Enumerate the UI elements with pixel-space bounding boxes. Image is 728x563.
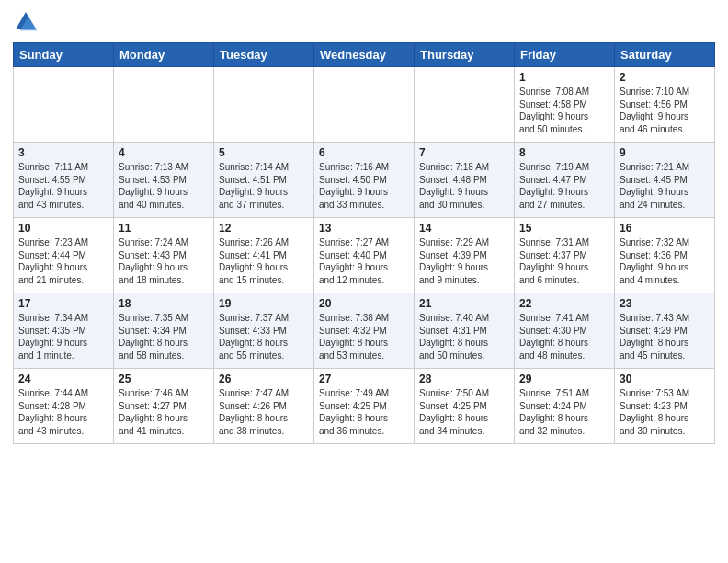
day-number: 18	[119, 297, 209, 310]
calendar-cell	[114, 67, 214, 143]
calendar-cell: 11Sunrise: 7:24 AM Sunset: 4:43 PM Dayli…	[114, 218, 214, 293]
day-number: 2	[620, 71, 710, 84]
day-info: Sunrise: 7:49 AM Sunset: 4:25 PM Dayligh…	[319, 387, 409, 437]
day-number: 30	[620, 373, 710, 385]
calendar-cell: 6Sunrise: 7:16 AM Sunset: 4:50 PM Daylig…	[314, 143, 415, 218]
day-info: Sunrise: 7:37 AM Sunset: 4:33 PM Dayligh…	[219, 312, 309, 362]
calendar-week-4: 17Sunrise: 7:34 AM Sunset: 4:35 PM Dayli…	[14, 293, 715, 369]
calendar-cell: 15Sunrise: 7:31 AM Sunset: 4:37 PM Dayli…	[515, 218, 615, 293]
calendar-week-3: 10Sunrise: 7:23 AM Sunset: 4:44 PM Dayli…	[14, 218, 715, 293]
day-info: Sunrise: 7:43 AM Sunset: 4:29 PM Dayligh…	[620, 312, 710, 362]
day-info: Sunrise: 7:31 AM Sunset: 4:37 PM Dayligh…	[519, 236, 609, 286]
day-info: Sunrise: 7:44 AM Sunset: 4:28 PM Dayligh…	[18, 387, 108, 437]
calendar-cell: 13Sunrise: 7:27 AM Sunset: 4:40 PM Dayli…	[314, 218, 415, 293]
calendar-week-2: 3Sunrise: 7:11 AM Sunset: 4:55 PM Daylig…	[14, 143, 715, 218]
day-info: Sunrise: 7:21 AM Sunset: 4:45 PM Dayligh…	[620, 161, 710, 211]
day-number: 11	[119, 222, 209, 235]
day-info: Sunrise: 7:18 AM Sunset: 4:48 PM Dayligh…	[419, 161, 509, 211]
day-info: Sunrise: 7:11 AM Sunset: 4:55 PM Dayligh…	[18, 161, 108, 211]
day-number: 21	[419, 297, 509, 310]
day-number: 7	[419, 146, 509, 159]
day-info: Sunrise: 7:23 AM Sunset: 4:44 PM Dayligh…	[18, 236, 108, 286]
day-info: Sunrise: 7:14 AM Sunset: 4:51 PM Dayligh…	[219, 161, 309, 211]
day-number: 1	[519, 71, 609, 84]
day-number: 20	[319, 297, 409, 310]
calendar-header-row: SundayMondayTuesdayWednesdayThursdayFrid…	[14, 43, 715, 67]
day-info: Sunrise: 7:50 AM Sunset: 4:25 PM Dayligh…	[419, 387, 509, 437]
day-info: Sunrise: 7:29 AM Sunset: 4:39 PM Dayligh…	[419, 236, 509, 286]
day-number: 5	[219, 146, 309, 159]
calendar-cell: 2Sunrise: 7:10 AM Sunset: 4:56 PM Daylig…	[615, 67, 715, 143]
calendar-cell: 4Sunrise: 7:13 AM Sunset: 4:53 PM Daylig…	[114, 143, 214, 218]
day-info: Sunrise: 7:13 AM Sunset: 4:53 PM Dayligh…	[119, 161, 209, 211]
day-number: 3	[18, 146, 108, 159]
calendar-cell: 30Sunrise: 7:53 AM Sunset: 4:23 PM Dayli…	[615, 369, 715, 444]
day-number: 9	[620, 146, 710, 159]
calendar-cell: 10Sunrise: 7:23 AM Sunset: 4:44 PM Dayli…	[14, 218, 114, 293]
day-number: 29	[519, 373, 609, 385]
calendar-cell	[214, 67, 314, 143]
calendar-cell: 28Sunrise: 7:50 AM Sunset: 4:25 PM Dayli…	[415, 369, 515, 444]
day-info: Sunrise: 7:08 AM Sunset: 4:58 PM Dayligh…	[519, 86, 609, 135]
day-info: Sunrise: 7:27 AM Sunset: 4:40 PM Dayligh…	[319, 236, 409, 286]
day-number: 22	[519, 297, 609, 310]
calendar-cell: 7Sunrise: 7:18 AM Sunset: 4:48 PM Daylig…	[415, 143, 515, 218]
calendar-cell: 5Sunrise: 7:14 AM Sunset: 4:51 PM Daylig…	[214, 143, 314, 218]
day-number: 24	[18, 373, 108, 385]
day-info: Sunrise: 7:53 AM Sunset: 4:23 PM Dayligh…	[620, 387, 710, 437]
day-info: Sunrise: 7:41 AM Sunset: 4:30 PM Dayligh…	[519, 312, 609, 362]
calendar-cell: 17Sunrise: 7:34 AM Sunset: 4:35 PM Dayli…	[14, 293, 114, 369]
day-number: 12	[219, 222, 309, 235]
day-info: Sunrise: 7:10 AM Sunset: 4:56 PM Dayligh…	[620, 86, 710, 135]
logo-icon	[13, 9, 39, 35]
day-number: 19	[219, 297, 309, 310]
day-number: 6	[319, 146, 409, 159]
calendar-cell: 22Sunrise: 7:41 AM Sunset: 4:30 PM Dayli…	[515, 293, 615, 369]
day-number: 13	[319, 222, 409, 235]
weekday-header-wednesday: Wednesday	[314, 43, 415, 67]
calendar-cell: 25Sunrise: 7:46 AM Sunset: 4:27 PM Dayli…	[114, 369, 214, 444]
day-info: Sunrise: 7:16 AM Sunset: 4:50 PM Dayligh…	[319, 161, 409, 211]
day-info: Sunrise: 7:32 AM Sunset: 4:36 PM Dayligh…	[620, 236, 710, 286]
day-number: 15	[519, 222, 609, 235]
logo	[13, 9, 42, 35]
day-number: 25	[119, 373, 209, 385]
calendar-cell: 14Sunrise: 7:29 AM Sunset: 4:39 PM Dayli…	[415, 218, 515, 293]
day-number: 23	[620, 297, 710, 310]
calendar-cell: 29Sunrise: 7:51 AM Sunset: 4:24 PM Dayli…	[515, 369, 615, 444]
day-info: Sunrise: 7:38 AM Sunset: 4:32 PM Dayligh…	[319, 312, 409, 362]
day-info: Sunrise: 7:46 AM Sunset: 4:27 PM Dayligh…	[119, 387, 209, 437]
day-number: 4	[119, 146, 209, 159]
day-number: 10	[18, 222, 108, 235]
day-info: Sunrise: 7:34 AM Sunset: 4:35 PM Dayligh…	[18, 312, 108, 362]
calendar-cell: 18Sunrise: 7:35 AM Sunset: 4:34 PM Dayli…	[114, 293, 214, 369]
day-info: Sunrise: 7:35 AM Sunset: 4:34 PM Dayligh…	[119, 312, 209, 362]
calendar-cell	[14, 67, 114, 143]
day-number: 16	[620, 222, 710, 235]
calendar-cell: 8Sunrise: 7:19 AM Sunset: 4:47 PM Daylig…	[515, 143, 615, 218]
day-info: Sunrise: 7:19 AM Sunset: 4:47 PM Dayligh…	[519, 161, 609, 211]
day-number: 26	[219, 373, 309, 385]
calendar-cell: 20Sunrise: 7:38 AM Sunset: 4:32 PM Dayli…	[314, 293, 415, 369]
day-number: 17	[18, 297, 108, 310]
calendar-cell: 23Sunrise: 7:43 AM Sunset: 4:29 PM Dayli…	[615, 293, 715, 369]
calendar-week-1: 1Sunrise: 7:08 AM Sunset: 4:58 PM Daylig…	[14, 67, 715, 143]
calendar-cell: 21Sunrise: 7:40 AM Sunset: 4:31 PM Dayli…	[415, 293, 515, 369]
calendar-cell: 27Sunrise: 7:49 AM Sunset: 4:25 PM Dayli…	[314, 369, 415, 444]
weekday-header-sunday: Sunday	[14, 43, 114, 67]
day-info: Sunrise: 7:40 AM Sunset: 4:31 PM Dayligh…	[419, 312, 509, 362]
day-info: Sunrise: 7:47 AM Sunset: 4:26 PM Dayligh…	[219, 387, 309, 437]
calendar-cell: 26Sunrise: 7:47 AM Sunset: 4:26 PM Dayli…	[214, 369, 314, 444]
calendar-cell: 16Sunrise: 7:32 AM Sunset: 4:36 PM Dayli…	[615, 218, 715, 293]
day-info: Sunrise: 7:26 AM Sunset: 4:41 PM Dayligh…	[219, 236, 309, 286]
day-info: Sunrise: 7:51 AM Sunset: 4:24 PM Dayligh…	[519, 387, 609, 437]
calendar-cell: 3Sunrise: 7:11 AM Sunset: 4:55 PM Daylig…	[14, 143, 114, 218]
weekday-header-friday: Friday	[515, 43, 615, 67]
weekday-header-saturday: Saturday	[615, 43, 715, 67]
calendar-cell: 12Sunrise: 7:26 AM Sunset: 4:41 PM Dayli…	[214, 218, 314, 293]
calendar-cell: 24Sunrise: 7:44 AM Sunset: 4:28 PM Dayli…	[14, 369, 114, 444]
day-number: 14	[419, 222, 509, 235]
calendar-cell: 9Sunrise: 7:21 AM Sunset: 4:45 PM Daylig…	[615, 143, 715, 218]
day-number: 27	[319, 373, 409, 385]
day-number: 8	[519, 146, 609, 159]
